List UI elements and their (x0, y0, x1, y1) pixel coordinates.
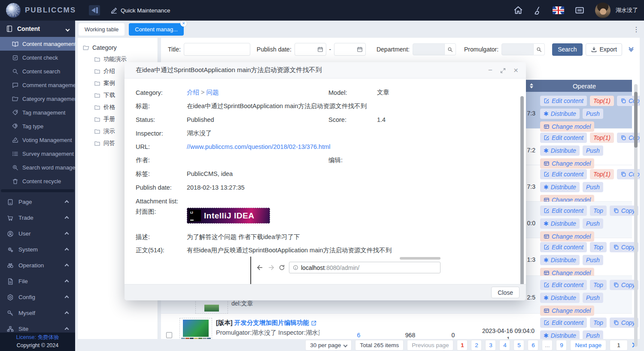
distribute-button[interactable]: ✱Distribute (540, 255, 580, 265)
sidebar-group-page[interactable]: Page (0, 194, 75, 210)
tab-close-icon[interactable]: × (180, 20, 187, 27)
department-filter-input[interactable] (413, 43, 445, 55)
push-button[interactable]: Push (583, 218, 603, 229)
content-title-link[interactable]: 开发分支增加图片编辑功能 (234, 319, 309, 326)
category-link[interactable]: 介绍 (187, 89, 199, 96)
tab-content-management[interactable]: Content manag... × (129, 23, 184, 36)
distribute-button[interactable]: ✱Distribute (540, 218, 580, 229)
close-button[interactable]: Close (491, 287, 519, 298)
top-button[interactable]: Top (590, 280, 607, 290)
sidebar-item-content-recycle[interactable]: Content recycle (0, 174, 75, 188)
language-flag-icon[interactable] (553, 6, 564, 14)
sidebar-item-search-word-management[interactable]: Search word management (0, 160, 75, 174)
home-icon[interactable] (513, 6, 523, 15)
category-link[interactable]: 问题 (207, 89, 219, 96)
license-link[interactable]: 免费体验 (38, 334, 59, 340)
close-icon[interactable]: × (513, 66, 518, 74)
sidebar-item-content-check[interactable]: Content check (0, 51, 75, 64)
main-scrollbar-thumb[interactable] (634, 92, 638, 148)
edit-icon (544, 244, 550, 250)
sidebar-section-content[interactable]: Content (0, 21, 75, 37)
distribute-button[interactable]: ✱Distribute (540, 330, 580, 339)
distribute-button[interactable]: ✱Distribute (540, 293, 580, 303)
page-number-2[interactable]: 2 (471, 340, 482, 351)
sidebar-item-content-search[interactable]: Content search (0, 64, 75, 78)
promulgator-search-icon[interactable] (534, 43, 545, 55)
push-button[interactable]: Push (583, 293, 603, 303)
sidebar-item-category-management[interactable]: Category management (0, 92, 75, 106)
sidebar-group-file[interactable]: File (0, 273, 75, 289)
tab-working-table[interactable]: Working table (79, 23, 125, 36)
clicks-cell[interactable]: 6 (323, 314, 394, 339)
top-button[interactable]: Top(1) (590, 133, 614, 143)
edit-content-button[interactable]: Edit content (540, 206, 587, 216)
edit-content-button[interactable]: Edit content (540, 96, 587, 106)
page-number-4[interactable]: 4 (499, 340, 510, 351)
page-jump-input[interactable] (610, 340, 628, 351)
expand-icon[interactable] (500, 67, 506, 74)
publish-date-end-input[interactable] (334, 43, 366, 56)
category-tree-root[interactable]: Category (83, 42, 158, 53)
expand-filters-icon[interactable] (629, 48, 633, 51)
sidebar-collapse-icon[interactable] (89, 5, 100, 15)
edit-content-button[interactable]: Edit content (540, 280, 587, 290)
sidebar-group-operation[interactable]: Operation (0, 257, 75, 273)
distribute-button[interactable]: ✱Distribute (540, 145, 580, 156)
sidebar-item-content-management[interactable]: Content management (0, 37, 75, 51)
previous-page-button[interactable]: Previous page (407, 340, 453, 351)
push-button[interactable]: Push (583, 182, 603, 192)
publish-date-start-input[interactable] (295, 43, 326, 56)
top-button[interactable]: Top (590, 242, 607, 252)
top-button[interactable]: Top (590, 206, 607, 216)
sidebar-group-config[interactable]: Config (0, 289, 75, 305)
user-avatar[interactable] (595, 3, 611, 18)
row-checkbox[interactable] (166, 332, 172, 338)
export-button[interactable]: Export (586, 43, 622, 56)
top-button[interactable]: Top(1) (590, 169, 614, 179)
title-filter-input[interactable] (184, 43, 250, 56)
next-page-button[interactable]: Next page (570, 340, 606, 351)
modal-scrollbar-thumb[interactable] (520, 96, 524, 284)
sidebar-item-tag-type[interactable]: Tag type (0, 119, 75, 133)
edit-content-button[interactable]: Edit content (540, 133, 587, 143)
top-button[interactable]: Top(1) (590, 96, 614, 106)
username[interactable]: 湖水没了 (616, 6, 638, 14)
main-scrollbar-track[interactable] (634, 84, 638, 347)
sidebar-item-tag-management[interactable]: Tag management (0, 106, 75, 119)
sidebar-group-trade[interactable]: Trade (0, 210, 75, 226)
promulgator-filter-input[interactable] (501, 43, 534, 55)
search-button[interactable]: Search (552, 43, 582, 56)
clear-cache-broom-icon[interactable] (533, 6, 542, 15)
distribute-button[interactable]: ✱Distribute (540, 109, 580, 119)
page-number-9[interactable]: 9 (556, 340, 567, 351)
edit-content-button[interactable]: Edit content (540, 318, 587, 328)
edit-content-button[interactable]: Edit content (540, 242, 587, 252)
sidebar-horizontal-scrollbar[interactable] (1, 189, 74, 192)
top-button[interactable]: Top (590, 318, 607, 328)
table-row[interactable]: [版本] 开发分支增加图片编辑功能 Promulgator:湖水没了 Inspe… (161, 314, 632, 339)
page-number-1[interactable]: 1 (457, 340, 468, 351)
department-search-icon[interactable] (445, 43, 456, 55)
sidebar-group-myself[interactable]: Myself (0, 305, 75, 321)
tab-overflow-menu-icon[interactable]: ⋮ (633, 25, 640, 33)
push-button[interactable]: Push (583, 109, 603, 119)
sidebar-item-survey-management[interactable]: Survey management (0, 147, 75, 160)
push-button[interactable]: Push (583, 255, 603, 265)
quick-maintenance-button[interactable]: Quick Maintenance (110, 7, 170, 14)
sidebar-item-comment-management[interactable]: Comment management (0, 78, 75, 92)
minimize-icon[interactable]: − (488, 67, 492, 74)
page-number-6[interactable]: 6 (528, 340, 538, 351)
edit-content-button[interactable]: Edit content (540, 169, 587, 179)
push-button[interactable]: Push (583, 330, 603, 339)
external-link-icon[interactable] (311, 320, 317, 326)
sidebar-item-voting-management[interactable]: Voting Management (0, 133, 75, 147)
page-size-select[interactable]: 30 per page (305, 340, 352, 351)
content-url-link[interactable]: //www.publiccms.com/question/2018/02-13/… (187, 143, 515, 150)
push-button[interactable]: Push (583, 145, 603, 156)
page-number-5[interactable]: 5 (513, 340, 524, 351)
page-number-3[interactable]: 3 (485, 340, 496, 351)
distribute-button[interactable]: ✱Distribute (540, 182, 580, 192)
sidebar-group-user[interactable]: User (0, 226, 75, 242)
sidebar-group-system[interactable]: System (0, 242, 75, 257)
fullscreen-monitor-icon[interactable] (574, 6, 585, 15)
